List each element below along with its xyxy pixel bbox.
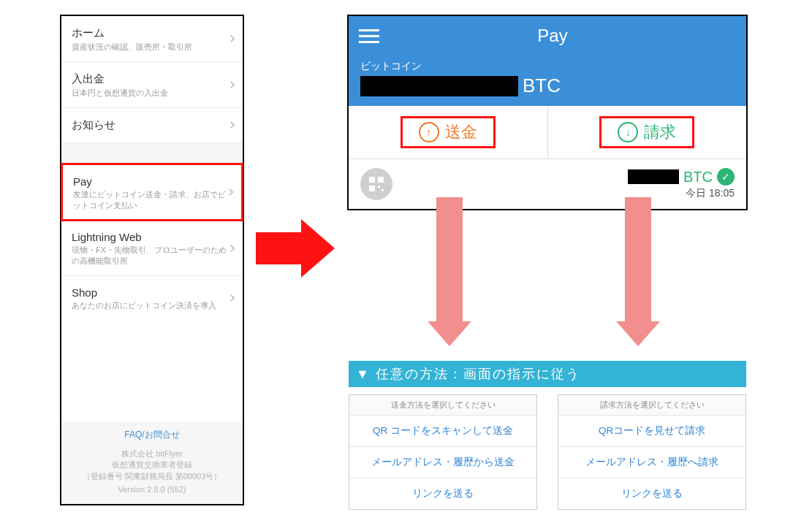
receive-icon: ↓ xyxy=(618,122,638,142)
arrow-down-icon xyxy=(428,197,471,346)
sidebar-item-pay[interactable]: Pay 友達にビットコイン送金・請求、お店でビットコイン支払い xyxy=(61,163,243,222)
receive-options-header: 請求方法を選択してください xyxy=(558,395,745,416)
sidebar-item-subtitle: あなたのお店にビットコイン決済を導入 xyxy=(72,300,232,311)
sidebar-gap xyxy=(61,143,243,164)
redacted-balance xyxy=(360,76,518,96)
svg-rect-4 xyxy=(382,189,384,191)
sidebar-item-home[interactable]: ホーム 資産状況の確認、販売所・取引所 xyxy=(61,16,243,62)
check-icon: ✓ xyxy=(717,168,735,186)
send-option-qr[interactable]: QR コードをスキャンして送金 xyxy=(349,416,536,447)
sidebar-menu: ホーム 資産状況の確認、販売所・取引所 入出金 日本円と仮想通貨の入出金 お知ら… xyxy=(60,15,244,505)
sidebar-item-lightning[interactable]: Lightning Web 現物・FX・先物取引、プロユーザーのための高機能取引… xyxy=(61,221,243,276)
receive-label: 請求 xyxy=(644,121,676,143)
pay-screen: Pay ビットコイン BTC ↑ 送金 ↓ 請求 BTC xyxy=(347,15,748,210)
corp-info: 株式会社 bitFlyer 仮想通貨交換業者登録 （登録番号 関東財務局長 第0… xyxy=(67,448,237,482)
sidebar-item-subtitle: 日本円と仮想通貨の入出金 xyxy=(72,88,232,99)
arrow-right-icon xyxy=(256,219,336,278)
receive-button[interactable]: ↓ 請求 xyxy=(547,106,747,158)
sidebar-footer: FAQ/お問合せ 株式会社 bitFlyer 仮想通貨交換業者登録 （登録番号 … xyxy=(61,421,243,504)
receive-option-link[interactable]: リンクを送る xyxy=(558,478,745,509)
sidebar-item-shop[interactable]: Shop あなたのお店にビットコイン決済を導入 xyxy=(61,276,243,320)
sidebar-item-subtitle: 現物・FX・先物取引、プロユーザーのための高機能取引所 xyxy=(72,245,232,267)
arrow-down-icon xyxy=(616,197,660,346)
sidebar-item-deposit[interactable]: 入出金 日本円と仮想通貨の入出金 xyxy=(61,62,243,108)
sidebar-item-title: Shop xyxy=(72,286,232,299)
balance-currency: BTC xyxy=(523,75,561,97)
action-row: ↑ 送金 ↓ 請求 xyxy=(349,106,746,159)
svg-rect-2 xyxy=(369,186,375,191)
svg-rect-1 xyxy=(378,177,384,183)
version-label: Version 2.6.0 (552) xyxy=(67,485,237,494)
send-option-email[interactable]: メールアドレス・履歴から送金 xyxy=(349,447,536,478)
send-label: 送金 xyxy=(445,121,477,143)
qr-icon xyxy=(360,168,392,200)
pay-balance: ビットコイン BTC xyxy=(349,56,746,106)
sidebar-item-title: 入出金 xyxy=(72,72,232,86)
sidebar-item-title: Lightning Web xyxy=(72,231,232,243)
send-icon: ↑ xyxy=(419,122,439,142)
sidebar-item-subtitle: 友達にビットコイン送金・請求、お店でビットコイン支払い xyxy=(73,189,231,211)
receive-option-qr[interactable]: QRコードを見せて請求 xyxy=(558,416,745,447)
redacted-amount xyxy=(628,169,679,184)
send-option-link[interactable]: リンクを送る xyxy=(349,478,536,509)
send-options-header: 送金方法を選択してください xyxy=(349,395,536,416)
instruction-bar: ▼ 任意の方法：画面の指示に従う xyxy=(349,361,746,387)
tx-time: 今日 18:05 xyxy=(686,187,735,200)
pay-title: Pay xyxy=(359,26,746,46)
sidebar-item-notice[interactable]: お知らせ xyxy=(61,108,243,143)
tx-currency: BTC xyxy=(683,169,713,186)
svg-rect-3 xyxy=(378,186,380,188)
faq-link[interactable]: FAQ/お問合せ xyxy=(67,429,237,441)
sidebar-item-title: ホーム xyxy=(72,26,232,40)
receive-options: 請求方法を選択してください QRコードを見せて請求 メールアドレス・履歴へ請求 … xyxy=(558,394,746,510)
send-button[interactable]: ↑ 送金 xyxy=(349,106,547,158)
receive-option-email[interactable]: メールアドレス・履歴へ請求 xyxy=(558,447,745,478)
sidebar-item-subtitle: 資産状況の確認、販売所・取引所 xyxy=(72,42,232,53)
svg-rect-0 xyxy=(369,177,375,183)
send-options: 送金方法を選択してください QR コードをスキャンして送金 メールアドレス・履歴… xyxy=(349,394,537,510)
sidebar-item-title: お知らせ xyxy=(72,118,232,132)
pay-header: Pay xyxy=(349,16,746,56)
sidebar-item-title: Pay xyxy=(73,175,231,188)
transaction-row[interactable]: BTC ✓ 今日 18:05 xyxy=(349,159,746,209)
balance-label: ビットコイン xyxy=(360,60,735,73)
